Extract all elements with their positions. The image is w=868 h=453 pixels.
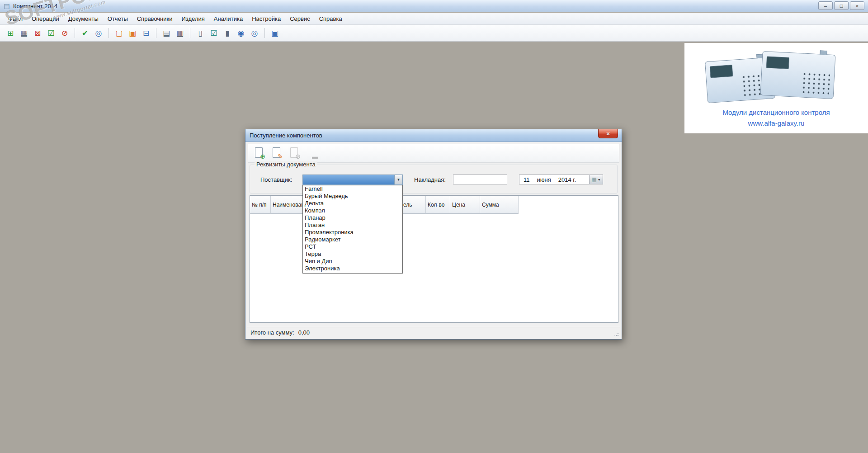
device-antenna [820, 50, 827, 55]
date-month[interactable]: июня [537, 176, 551, 183]
device-icon[interactable]: ▯ [194, 27, 206, 39]
calendar-delete-icon[interactable]: ⊠ [32, 27, 43, 39]
structure-tree-icon[interactable]: ▤ [160, 27, 172, 39]
new-record-button[interactable]: ⊕ [252, 146, 266, 160]
dropdown-item[interactable]: Компэл [303, 207, 402, 214]
date-day[interactable]: 11 [524, 176, 530, 183]
menu-settings[interactable]: Настройка [247, 14, 285, 24]
table-header-cell-total[interactable]: Сумма [480, 196, 519, 214]
status-total-label: Итого на сумму: [250, 329, 294, 336]
menu-reports[interactable]: Отчеты [103, 14, 132, 24]
supplier-combobox[interactable]: ▼ [302, 175, 403, 185]
date-year[interactable]: 2014 г. [558, 176, 576, 183]
calendar-stop-icon[interactable]: ⊘ [59, 27, 71, 39]
table-header-cell-quantity[interactable]: Кол-во [426, 196, 450, 214]
device-keypad [801, 71, 830, 94]
app-icon: ▤ [3, 2, 11, 9]
menu-operations[interactable]: Операции [27, 14, 64, 24]
dropdown-item[interactable]: Дельта [303, 200, 402, 207]
calendar-check-icon[interactable]: ☑ [45, 27, 57, 39]
maximize-button[interactable]: □ [834, 1, 849, 10]
search-zoom-icon[interactable]: ◎ [249, 27, 260, 39]
dropdown-item[interactable]: РСТ [303, 243, 402, 250]
eraser-icon: ▬ [312, 153, 318, 160]
device-screen [710, 65, 733, 78]
chip-icon[interactable]: ▥ [174, 27, 186, 39]
menu-analytics[interactable]: Аналитика [209, 14, 247, 24]
delete-icon: ⊘ [295, 153, 301, 160]
date-dropdown-button[interactable]: ▦ ▼ [589, 175, 603, 184]
minimize-button[interactable]: – [818, 1, 833, 10]
invoice-input[interactable] [453, 175, 507, 184]
menu-help[interactable]: Справка [315, 14, 347, 24]
toolbar-separator [108, 28, 109, 38]
menu-bar: Файл Операции Документы Отчеты Справочни… [0, 13, 868, 25]
package-box-icon[interactable]: ▣ [127, 27, 138, 39]
dropdown-item[interactable]: Бурый Медведь [303, 193, 402, 200]
supplier-value [303, 175, 394, 184]
ad-banner: Модули дистанционного контроля www.alfa-… [684, 43, 868, 133]
menu-documents[interactable]: Документы [64, 14, 103, 24]
components-receipt-dialog: Поступление компонентов × ⊕ ✎ ⊘ ▬ Реквиз… [245, 129, 622, 340]
resize-grip[interactable] [613, 331, 619, 337]
toolbar-separator [156, 28, 156, 38]
calendar-add-icon[interactable]: ⊞ [5, 27, 16, 39]
chevron-down-icon[interactable]: ▼ [394, 175, 402, 184]
menu-service[interactable]: Сервис [285, 14, 315, 24]
main-toolbar: ⊞ ▦ ⊠ ☑ ⊘ ✔ ◎ ▢ ▣ ⊟ ▤ ▥ ▯ ☑ ▮ ◉ ◎ ▣ [0, 25, 868, 42]
menu-products[interactable]: Изделия [177, 14, 209, 24]
dropdown-item[interactable]: Платан [303, 222, 402, 229]
clear-record-button[interactable]: ▬ [305, 146, 319, 160]
search-document-icon[interactable]: ◎ [93, 27, 104, 39]
monitor-icon[interactable]: ▣ [269, 27, 281, 39]
dialog-close-button[interactable]: × [598, 129, 618, 138]
device-screen [766, 56, 789, 69]
chevron-down-icon: ▼ [598, 178, 601, 181]
toolbar-separator [190, 28, 190, 38]
frame-ruler-icon[interactable]: ▢ [113, 27, 125, 39]
dialog-toolbar: ⊕ ✎ ⊘ ▬ [248, 144, 619, 163]
dropdown-item[interactable]: Чип и Дип [303, 258, 402, 265]
dropdown-item[interactable]: Терра [303, 250, 402, 258]
delivery-truck-icon[interactable]: ⊟ [140, 27, 152, 39]
dropdown-item[interactable]: Farnell [303, 185, 402, 193]
toolbar-separator [75, 28, 75, 38]
pencil-icon: ✎ [278, 153, 283, 160]
dialog-title: Поступление компонентов [250, 132, 322, 139]
confirm-check-icon[interactable]: ✔ [79, 27, 91, 39]
dialog-statusbar: Итого на сумму: 0,00 [247, 327, 620, 338]
device-image [760, 51, 836, 99]
status-total-value: 0,00 [298, 329, 310, 336]
battery-icon[interactable]: ▮ [222, 27, 233, 39]
banner-caption: Модули дистанционного контроля [684, 109, 868, 116]
application-window: ▤ Компонент 2014 – □ × Файл Операции Док… [0, 0, 868, 453]
menu-file[interactable]: Файл [4, 14, 27, 24]
search-info-icon[interactable]: ◉ [235, 27, 247, 39]
window-titlebar: ▤ Компонент 2014 [0, 0, 868, 12]
calendar-icon[interactable]: ▦ [18, 27, 30, 39]
dropdown-item[interactable]: Промэлектроника [303, 229, 402, 236]
calendar-icon: ▦ [591, 176, 596, 183]
supplier-dropdown-list: Farnell Бурый Медведь Дельта Компэл План… [302, 185, 403, 274]
table-header-cell-number[interactable]: № п/п [250, 196, 271, 214]
menu-references[interactable]: Справочники [132, 14, 177, 24]
close-button[interactable]: × [850, 1, 864, 10]
banner-url: www.alfa-galaxy.ru [684, 119, 868, 127]
delete-record-button[interactable]: ⊘ [288, 146, 301, 160]
window-controls: – □ × [818, 1, 864, 10]
groupbox-label: Реквизиты документа [255, 161, 317, 168]
invoice-label: Накладная: [414, 176, 446, 183]
window-title: Компонент 2014 [13, 3, 57, 9]
supplier-label: Поставщик: [260, 176, 292, 183]
dropdown-item[interactable]: Электроника [303, 265, 402, 272]
edit-record-button[interactable]: ✎ [270, 146, 283, 160]
toolbar-separator [264, 28, 265, 38]
device-check-icon[interactable]: ☑ [208, 27, 220, 39]
dialog-titlebar[interactable]: Поступление компонентов [245, 129, 622, 142]
add-icon: ⊕ [260, 153, 265, 160]
table-header-cell-price[interactable]: Цена [450, 196, 480, 214]
dropdown-item[interactable]: Радиомаркет [303, 236, 402, 243]
date-picker[interactable]: 11 июня 2014 г. ▦ ▼ [519, 175, 603, 184]
dropdown-item[interactable]: Планар [303, 214, 402, 222]
